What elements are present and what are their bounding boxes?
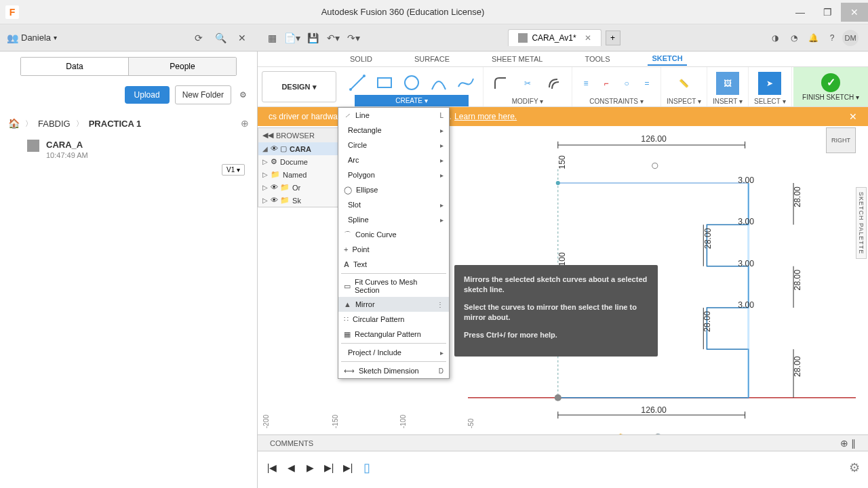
- doc-tab-close-icon[interactable]: ✕: [585, 33, 591, 43]
- seg-data[interactable]: Data: [21, 58, 128, 75]
- timeline-settings-icon[interactable]: ⚙: [849, 460, 860, 475]
- tab-surface[interactable]: SURFACE: [410, 53, 454, 65]
- workspace-switch[interactable]: DESIGN ▾: [262, 71, 336, 102]
- right-status-icons: ◑ ◔ 🔔 ? DM: [766, 29, 863, 47]
- tangent-constraint-icon[interactable]: ○: [618, 75, 635, 92]
- undo-icon[interactable]: ↶▾: [324, 29, 342, 47]
- menu-arc[interactable]: Arc▸: [338, 152, 449, 167]
- browser-item[interactable]: ▷ 👁 📁 Sk: [258, 194, 338, 207]
- menu-rectangle[interactable]: Rectangle▸: [338, 123, 449, 138]
- share-icon[interactable]: ⊕: [241, 118, 249, 129]
- home-icon[interactable]: 🏠: [8, 118, 20, 129]
- timeline-next-icon[interactable]: ▶|: [323, 462, 335, 474]
- warning-link[interactable]: Learn more here.: [454, 112, 517, 121]
- trim-tool-icon[interactable]: ✂: [516, 72, 539, 95]
- user-name: Daniela: [21, 33, 51, 43]
- version-badge[interactable]: V1 ▾: [222, 164, 245, 176]
- browser-item[interactable]: ▷ 📁 Named: [258, 168, 338, 181]
- panel-close-icon[interactable]: ✕: [233, 29, 251, 47]
- tab-sketch[interactable]: SKETCH: [648, 52, 686, 66]
- menu-slot[interactable]: Slot▸: [338, 197, 449, 212]
- finish-sketch-button[interactable]: ✓ FINISH SKETCH ▾: [793, 67, 868, 106]
- menu-line[interactable]: ⟋LineL: [338, 108, 449, 123]
- grid-icon[interactable]: ▦: [263, 29, 281, 47]
- browser-header[interactable]: ◀◀ BROWSER: [258, 128, 338, 142]
- modify-label[interactable]: MODIFY ▾: [512, 96, 543, 106]
- new-folder-button[interactable]: New Folder: [175, 85, 231, 104]
- menu-ellipse[interactable]: ◯Ellipse: [338, 182, 449, 197]
- menu-polygon[interactable]: Polygon▸: [338, 167, 449, 182]
- breadcrumb-lvl1[interactable]: FABDIG: [38, 119, 71, 129]
- select-tool-icon[interactable]: ➤: [758, 72, 781, 95]
- menu-mirror[interactable]: ▲Mirror⋮: [338, 297, 449, 312]
- file-menu-icon[interactable]: 📄▾: [283, 29, 301, 47]
- menu-sketch-dimension[interactable]: ⟷Sketch DimensionD: [338, 363, 449, 378]
- warning-close-icon[interactable]: ✕: [849, 111, 857, 122]
- seg-people[interactable]: People: [128, 58, 236, 75]
- inspect-label[interactable]: INSPECT ▾: [667, 96, 701, 106]
- offset-tool-icon[interactable]: [543, 72, 566, 95]
- canvas-area[interactable]: SOLID SURFACE SHEET METAL TOOLS SKETCH D…: [258, 52, 868, 488]
- menu-rectangular-pattern[interactable]: ▦Rectangular Pattern: [338, 327, 449, 342]
- add-comment-icon[interactable]: ⊕ ∥: [840, 438, 856, 449]
- redo-icon[interactable]: ↷▾: [344, 29, 362, 47]
- rectangle-tool-icon[interactable]: [373, 71, 396, 94]
- file-time: 10:47:49 AM: [46, 151, 88, 159]
- create-label[interactable]: CREATE ▾: [355, 95, 469, 106]
- menu-point[interactable]: +Point: [338, 242, 449, 257]
- close-button[interactable]: ✕: [841, 3, 868, 22]
- new-tab-button[interactable]: +: [606, 30, 620, 45]
- equal-constraint-icon[interactable]: =: [639, 75, 655, 92]
- comments-bar[interactable]: COMMENTS ⊕ ∥: [258, 434, 868, 451]
- menu-circular-pattern[interactable]: ∷Circular Pattern: [338, 312, 449, 327]
- timeline-prev-icon[interactable]: ◀: [285, 462, 297, 474]
- tab-sheetmetal[interactable]: SHEET METAL: [488, 53, 547, 65]
- search-icon[interactable]: 🔍: [212, 29, 229, 47]
- menu-circle[interactable]: Circle▸: [338, 138, 449, 152]
- browser-item[interactable]: ▷ ⚙ Docume: [258, 155, 338, 168]
- measure-tool-icon[interactable]: 📏: [672, 72, 695, 95]
- tab-solid[interactable]: SOLID: [346, 53, 376, 65]
- menu-text[interactable]: AText: [338, 257, 449, 272]
- fillet-tool-icon[interactable]: [489, 72, 512, 95]
- timeline-play-icon[interactable]: ▶: [304, 462, 316, 474]
- tab-tools[interactable]: TOOLS: [580, 53, 614, 65]
- notifications-icon[interactable]: 🔔: [804, 29, 822, 47]
- panel-settings-icon[interactable]: ⚙: [237, 89, 249, 101]
- help-icon[interactable]: ?: [823, 29, 841, 47]
- upload-button[interactable]: Upload: [125, 86, 170, 104]
- perpendicular-constraint-icon[interactable]: ⌐: [598, 75, 614, 92]
- arc-tool-icon[interactable]: [427, 71, 450, 94]
- menu-spline[interactable]: Spline▸: [338, 212, 449, 227]
- data-panel-header: Daniela ▾ ⟳ 🔍 ✕: [0, 24, 258, 51]
- select-label[interactable]: SELECT ▾: [754, 96, 786, 106]
- team-dropdown[interactable]: Daniela ▾: [7, 33, 57, 43]
- browser-item[interactable]: ▷ 👁 📁 Or: [258, 181, 338, 194]
- doc-tab[interactable]: CARA_Av1* ✕: [508, 29, 601, 46]
- svg-point-10: [555, 394, 561, 401]
- insert-label[interactable]: INSERT ▾: [713, 96, 743, 106]
- spline-tool-icon[interactable]: [454, 71, 477, 94]
- line-tool-icon[interactable]: [346, 71, 369, 94]
- menu-fit-curves[interactable]: ▭Fit Curves to Mesh Section: [338, 275, 449, 297]
- extensions-icon[interactable]: ◑: [766, 29, 784, 47]
- insert-image-icon[interactable]: 🖼: [716, 72, 739, 95]
- minimize-button[interactable]: —: [787, 3, 814, 22]
- browser-root[interactable]: ◢👁 ▢ CARA: [258, 142, 338, 155]
- circle-tool-icon[interactable]: [400, 71, 423, 94]
- timeline-feature-icon[interactable]: ▯: [361, 462, 373, 474]
- job-status-icon[interactable]: ◔: [785, 29, 803, 47]
- sketch-palette-tab[interactable]: SKETCH PALETTE: [856, 187, 867, 259]
- menu-project-include[interactable]: Project / Include▸: [338, 345, 449, 360]
- refresh-icon[interactable]: ⟳: [190, 29, 208, 47]
- maximize-button[interactable]: ❐: [814, 3, 841, 22]
- file-item[interactable]: CARA_A 10:47:49 AM: [0, 134, 257, 165]
- breadcrumb-lvl2[interactable]: PRACTICA 1: [89, 119, 142, 129]
- menu-conic[interactable]: ⌒Conic Curve: [338, 227, 449, 242]
- horizontal-constraint-icon[interactable]: ≡: [578, 75, 594, 92]
- constraints-label[interactable]: CONSTRAINTS ▾: [589, 96, 643, 106]
- user-avatar[interactable]: DM: [842, 30, 859, 46]
- save-icon[interactable]: 💾: [304, 29, 321, 47]
- timeline-last-icon[interactable]: ▶|: [342, 462, 354, 474]
- timeline-first-icon[interactable]: |◀: [266, 462, 278, 474]
